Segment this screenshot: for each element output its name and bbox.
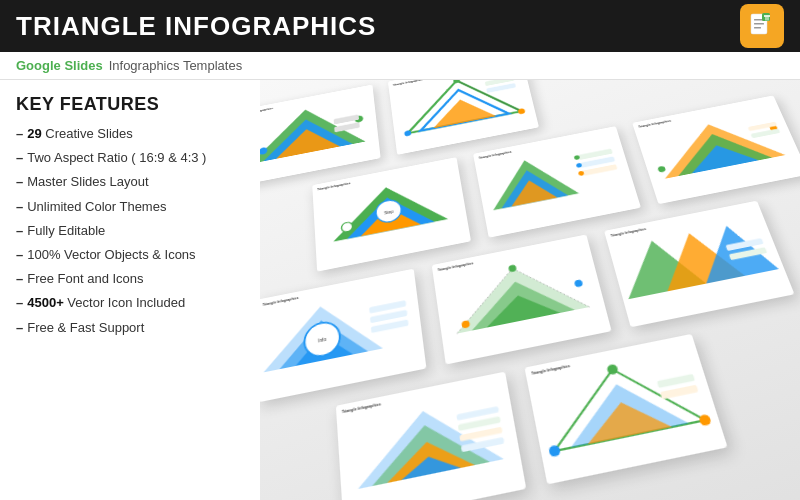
feature-text: Master Slides Layout <box>27 173 148 191</box>
left-panel: KEY FEATURES – 29 Creative Slides – Two … <box>0 80 260 500</box>
slide-card-1: Triangle Infographics <box>260 85 381 186</box>
dash-icon: – <box>16 149 23 167</box>
slide-svg-3: Step <box>317 166 463 254</box>
svg-rect-81 <box>660 385 699 400</box>
svg-rect-4 <box>754 27 761 29</box>
feature-text: Free & Fast Support <box>27 319 144 337</box>
dash-icon: – <box>16 125 23 143</box>
main-content: KEY FEATURES – 29 Creative Slides – Two … <box>0 80 800 500</box>
list-item: – 29 Creative Slides <box>16 125 244 143</box>
slide-svg-1 <box>260 93 375 171</box>
svg-rect-80 <box>657 374 695 388</box>
slide-svg-5 <box>639 104 797 188</box>
svg-rect-3 <box>754 23 764 25</box>
svg-rect-11 <box>334 114 359 124</box>
dash-icon: – <box>16 173 23 191</box>
list-item: – Free & Fast Support <box>16 319 244 337</box>
dash-icon: – <box>16 294 23 312</box>
slide-card-2: Triangle Infographics <box>388 80 539 155</box>
slide-svg-7 <box>438 245 601 344</box>
list-item: – Fully Editable <box>16 222 244 240</box>
logo-icon <box>740 4 784 48</box>
dash-icon: – <box>16 270 23 288</box>
slide-card-8: Triangle Infographics <box>604 201 794 328</box>
slide-card-9: Triangle Infographics <box>336 372 526 500</box>
slide-card-4: Triangle Infographics <box>473 126 641 238</box>
dash-icon: – <box>16 319 23 337</box>
svg-rect-12 <box>334 122 360 132</box>
list-item: – 4500+ Vector Icon Included <box>16 294 244 312</box>
feature-text: Fully Editable <box>27 222 105 240</box>
slide-card-6: Triangle Infographics Info <box>260 269 426 403</box>
dash-icon: – <box>16 246 23 264</box>
dash-icon: – <box>16 198 23 216</box>
slide-svg-4 <box>479 135 631 221</box>
google-slides-label: Google Slides <box>16 58 103 73</box>
dash-icon: – <box>16 222 23 240</box>
list-item: – Master Slides Layout <box>16 173 244 191</box>
feature-text: Vector Icon Included <box>64 295 185 310</box>
subtitle-bar: Google Slides Infographics Templates <box>0 52 800 80</box>
list-item: – Unlimited Color Themes <box>16 198 244 216</box>
main-container: TRIANGLE INFOGRAPHICS Google Slides Info… <box>0 0 800 500</box>
svg-point-77 <box>606 364 619 376</box>
svg-point-41 <box>657 166 666 173</box>
list-item: – Free Font and Icons <box>16 270 244 288</box>
slide-card-3: Triangle Infographics Step <box>312 157 471 271</box>
feature-list: – 29 Creative Slides – Two Aspect Ratio … <box>16 125 244 337</box>
right-panel: Triangle Infographics Triangle Info <box>260 80 800 500</box>
feature-text: Free Font and Icons <box>27 270 143 288</box>
list-item: – Two Aspect Ratio ( 16:9 & 4:3 ) <box>16 149 244 167</box>
slide-svg-2 <box>393 80 531 140</box>
svg-point-79 <box>698 414 712 427</box>
subtitle-rest: Infographics Templates <box>109 58 242 73</box>
slide-svg-9 <box>342 384 516 500</box>
features-heading: KEY FEATURES <box>16 94 244 115</box>
slide-card-10: Triangle Infographics <box>525 334 728 485</box>
page-title: TRIANGLE INFOGRAPHICS <box>16 11 376 42</box>
slide-grid: Triangle Infographics Triangle Info <box>260 80 800 500</box>
feature-bold: 4500+ <box>27 295 64 310</box>
feature-text: 100% Vector Objects & Icons <box>27 246 195 264</box>
slide-svg-10 <box>532 346 715 461</box>
top-bar: TRIANGLE INFOGRAPHICS <box>0 0 800 52</box>
list-item: – 100% Vector Objects & Icons <box>16 246 244 264</box>
slide-svg-8 <box>612 211 782 308</box>
feature-text: Unlimited Color Themes <box>27 198 166 216</box>
feature-text: Creative Slides <box>42 126 133 141</box>
feature-bold: 29 <box>27 126 41 141</box>
svg-point-58 <box>574 279 583 287</box>
slide-card-7: Triangle Infographics <box>432 234 612 364</box>
google-slides-svg <box>748 12 776 40</box>
feature-text: Two Aspect Ratio ( 16:9 & 4:3 ) <box>27 149 206 167</box>
slide-svg-6: Info <box>263 279 419 381</box>
slide-card-5: Triangle Infographics <box>632 95 800 204</box>
